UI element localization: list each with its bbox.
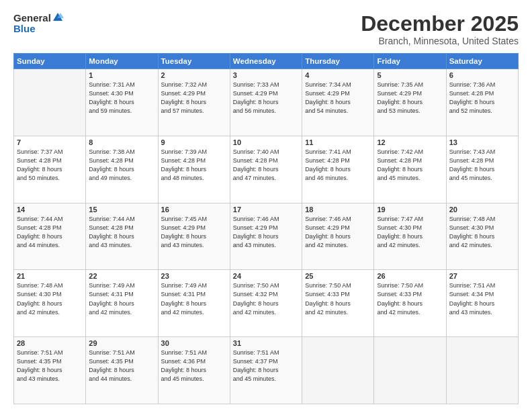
subtitle: Branch, Minnesota, United States: [361, 36, 519, 46]
day-number: 24: [233, 272, 299, 280]
calendar-cell: 25Sunrise: 7:50 AM Sunset: 4:33 PM Dayli…: [302, 270, 374, 337]
calendar-cell: 23Sunrise: 7:49 AM Sunset: 4:31 PM Dayli…: [158, 270, 230, 337]
day-content: Sunrise: 7:39 AM Sunset: 4:28 PM Dayligh…: [161, 148, 227, 183]
calendar-cell: 12Sunrise: 7:42 AM Sunset: 4:28 PM Dayli…: [374, 136, 446, 203]
day-content: Sunrise: 7:46 AM Sunset: 4:29 PM Dayligh…: [305, 215, 371, 250]
day-number: 17: [233, 205, 299, 214]
day-content: Sunrise: 7:51 AM Sunset: 4:35 PM Dayligh…: [89, 349, 154, 383]
day-content: Sunrise: 7:51 AM Sunset: 4:34 PM Dayligh…: [449, 281, 515, 316]
day-number: 30: [161, 339, 227, 347]
calendar-cell: 16Sunrise: 7:45 AM Sunset: 4:29 PM Dayli…: [158, 203, 230, 270]
calendar-cell: 28Sunrise: 7:51 AM Sunset: 4:35 PM Dayli…: [14, 337, 86, 404]
day-number: 23: [161, 272, 227, 280]
day-number: 14: [17, 205, 83, 214]
day-content: Sunrise: 7:49 AM Sunset: 4:31 PM Dayligh…: [161, 281, 227, 316]
day-content: Sunrise: 7:33 AM Sunset: 4:29 PM Dayligh…: [233, 81, 299, 116]
day-content: Sunrise: 7:50 AM Sunset: 4:33 PM Dayligh…: [377, 281, 443, 316]
calendar-cell: 26Sunrise: 7:50 AM Sunset: 4:33 PM Dayli…: [374, 270, 446, 337]
day-number: 10: [233, 138, 299, 146]
day-content: Sunrise: 7:44 AM Sunset: 4:28 PM Dayligh…: [17, 215, 83, 250]
day-number: 27: [449, 272, 515, 280]
calendar-cell: 14Sunrise: 7:44 AM Sunset: 4:28 PM Dayli…: [14, 203, 86, 270]
calendar-cell: 31Sunrise: 7:51 AM Sunset: 4:37 PM Dayli…: [230, 337, 302, 404]
day-number: 2: [161, 71, 227, 79]
calendar-cell: 22Sunrise: 7:49 AM Sunset: 4:31 PM Dayli…: [86, 270, 158, 337]
day-number: 6: [449, 71, 515, 79]
calendar-cell: [14, 69, 86, 136]
day-number: 18: [305, 205, 371, 214]
title-block: December 2025 Branch, Minnesota, United …: [361, 12, 519, 46]
calendar-week-row: 1Sunrise: 7:31 AM Sunset: 4:30 PM Daylig…: [14, 69, 519, 136]
calendar-week-row: 21Sunrise: 7:48 AM Sunset: 4:30 PM Dayli…: [14, 270, 519, 337]
day-content: Sunrise: 7:40 AM Sunset: 4:28 PM Dayligh…: [233, 148, 299, 183]
day-content: Sunrise: 7:41 AM Sunset: 4:28 PM Dayligh…: [305, 148, 371, 183]
calendar-cell: 15Sunrise: 7:44 AM Sunset: 4:28 PM Dayli…: [86, 203, 158, 270]
calendar-cell: [374, 337, 446, 404]
day-number: 3: [233, 71, 299, 79]
day-content: Sunrise: 7:34 AM Sunset: 4:29 PM Dayligh…: [305, 81, 371, 116]
day-content: Sunrise: 7:32 AM Sunset: 4:29 PM Dayligh…: [161, 81, 227, 116]
logo: General Blue: [13, 12, 64, 35]
day-number: 1: [89, 71, 154, 79]
day-number: 7: [17, 138, 83, 146]
calendar-cell: 20Sunrise: 7:48 AM Sunset: 4:30 PM Dayli…: [446, 203, 518, 270]
calendar-header-sunday: Sunday: [14, 54, 86, 69]
calendar-cell: 13Sunrise: 7:43 AM Sunset: 4:28 PM Dayli…: [446, 136, 518, 203]
day-number: 31: [233, 339, 299, 347]
page: General Blue December 2025 Branch, Minne…: [0, 0, 532, 411]
calendar-cell: 21Sunrise: 7:48 AM Sunset: 4:30 PM Dayli…: [14, 270, 86, 337]
calendar-cell: 11Sunrise: 7:41 AM Sunset: 4:28 PM Dayli…: [302, 136, 374, 203]
day-content: Sunrise: 7:46 AM Sunset: 4:29 PM Dayligh…: [233, 215, 299, 250]
calendar-table: SundayMondayTuesdayWednesdayThursdayFrid…: [13, 53, 519, 404]
day-number: 22: [89, 272, 154, 280]
calendar-week-row: 14Sunrise: 7:44 AM Sunset: 4:28 PM Dayli…: [14, 203, 519, 270]
day-content: Sunrise: 7:45 AM Sunset: 4:29 PM Dayligh…: [161, 215, 227, 250]
calendar-header-row: SundayMondayTuesdayWednesdayThursdayFrid…: [14, 54, 519, 69]
calendar-cell: 1Sunrise: 7:31 AM Sunset: 4:30 PM Daylig…: [86, 69, 158, 136]
day-content: Sunrise: 7:48 AM Sunset: 4:30 PM Dayligh…: [449, 215, 515, 250]
day-content: Sunrise: 7:51 AM Sunset: 4:37 PM Dayligh…: [233, 349, 299, 383]
header: General Blue December 2025 Branch, Minne…: [13, 12, 519, 46]
calendar-header-tuesday: Tuesday: [158, 54, 230, 69]
day-number: 13: [449, 138, 515, 146]
day-number: 19: [377, 205, 443, 214]
day-content: Sunrise: 7:50 AM Sunset: 4:33 PM Dayligh…: [305, 281, 371, 316]
day-number: 26: [377, 272, 443, 280]
day-number: 5: [377, 71, 443, 79]
calendar-cell: 7Sunrise: 7:37 AM Sunset: 4:28 PM Daylig…: [14, 136, 86, 203]
calendar-week-row: 7Sunrise: 7:37 AM Sunset: 4:28 PM Daylig…: [14, 136, 519, 203]
calendar-header-thursday: Thursday: [302, 54, 374, 69]
logo-icon: [52, 11, 64, 24]
calendar-cell: 3Sunrise: 7:33 AM Sunset: 4:29 PM Daylig…: [230, 69, 302, 136]
calendar-cell: [302, 337, 374, 404]
calendar-cell: 27Sunrise: 7:51 AM Sunset: 4:34 PM Dayli…: [446, 270, 518, 337]
day-number: 20: [449, 205, 515, 214]
day-content: Sunrise: 7:36 AM Sunset: 4:28 PM Dayligh…: [449, 81, 515, 116]
day-content: Sunrise: 7:42 AM Sunset: 4:28 PM Dayligh…: [377, 148, 443, 183]
day-content: Sunrise: 7:51 AM Sunset: 4:35 PM Dayligh…: [17, 349, 83, 383]
day-number: 15: [89, 205, 154, 214]
calendar-cell: [446, 337, 518, 404]
day-content: Sunrise: 7:37 AM Sunset: 4:28 PM Dayligh…: [17, 148, 83, 183]
day-number: 28: [17, 339, 83, 347]
day-content: Sunrise: 7:51 AM Sunset: 4:36 PM Dayligh…: [161, 349, 227, 383]
day-number: 16: [161, 205, 227, 214]
day-content: Sunrise: 7:50 AM Sunset: 4:32 PM Dayligh…: [233, 281, 299, 316]
calendar-cell: 5Sunrise: 7:35 AM Sunset: 4:29 PM Daylig…: [374, 69, 446, 136]
calendar-header-monday: Monday: [86, 54, 158, 69]
day-content: Sunrise: 7:47 AM Sunset: 4:30 PM Dayligh…: [377, 215, 443, 250]
day-content: Sunrise: 7:48 AM Sunset: 4:30 PM Dayligh…: [17, 281, 83, 316]
calendar-cell: 8Sunrise: 7:38 AM Sunset: 4:28 PM Daylig…: [86, 136, 158, 203]
day-content: Sunrise: 7:35 AM Sunset: 4:29 PM Dayligh…: [377, 81, 443, 116]
calendar-cell: 2Sunrise: 7:32 AM Sunset: 4:29 PM Daylig…: [158, 69, 230, 136]
day-number: 25: [305, 272, 371, 280]
calendar-cell: 17Sunrise: 7:46 AM Sunset: 4:29 PM Dayli…: [230, 203, 302, 270]
calendar-cell: 19Sunrise: 7:47 AM Sunset: 4:30 PM Dayli…: [374, 203, 446, 270]
day-content: Sunrise: 7:38 AM Sunset: 4:28 PM Dayligh…: [89, 148, 154, 183]
day-content: Sunrise: 7:43 AM Sunset: 4:28 PM Dayligh…: [449, 148, 515, 183]
calendar-cell: 9Sunrise: 7:39 AM Sunset: 4:28 PM Daylig…: [158, 136, 230, 203]
day-number: 29: [89, 339, 154, 347]
main-title: December 2025: [361, 12, 519, 36]
day-number: 21: [17, 272, 83, 280]
calendar-cell: 10Sunrise: 7:40 AM Sunset: 4:28 PM Dayli…: [230, 136, 302, 203]
